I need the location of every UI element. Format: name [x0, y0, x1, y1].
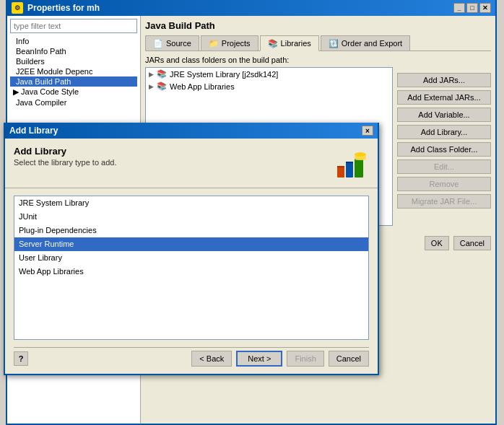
svg-rect-4	[355, 159, 363, 178]
svg-point-8	[355, 152, 366, 157]
modal-description: Select the library type to add.	[14, 158, 116, 167]
cancel-button-modal[interactable]: Cancel	[329, 351, 369, 367]
modal-overlay: Add Library × Add Library Select the lib…	[0, 0, 504, 425]
books-icon	[334, 146, 369, 180]
add-library-modal: Add Library × Add Library Select the lib…	[4, 123, 379, 375]
library-item-user[interactable]: User Library	[14, 251, 368, 265]
svg-rect-1	[337, 166, 344, 167]
library-list: JRE System Library JUnit Plug-in Depende…	[14, 196, 369, 340]
modal-header-text: Add Library Select the library type to a…	[14, 146, 116, 167]
modal-body: Add Library Select the library type to a…	[5, 139, 378, 374]
help-button[interactable]: ?	[14, 351, 28, 366]
modal-title: Add Library	[9, 126, 58, 136]
modal-footer: ? < Back Next > Finish Cancel	[14, 347, 369, 367]
books-svg	[334, 146, 369, 180]
modal-heading: Add Library	[14, 146, 116, 157]
library-item-webapp[interactable]: Web App Libraries	[14, 265, 368, 279]
library-item-server[interactable]: Server Runtime	[14, 237, 368, 251]
modal-separator	[5, 188, 378, 188]
svg-rect-0	[337, 166, 344, 178]
next-button[interactable]: Next >	[236, 351, 282, 367]
svg-rect-3	[346, 162, 353, 163]
library-item-junit[interactable]: JUnit	[14, 210, 368, 224]
back-button[interactable]: < Back	[191, 351, 232, 367]
modal-titlebar: Add Library ×	[5, 123, 378, 139]
finish-button[interactable]: Finish	[287, 351, 323, 367]
library-item-plugin[interactable]: Plug-in Dependencies	[14, 224, 368, 237]
library-item-jre[interactable]: JRE System Library	[14, 196, 368, 210]
svg-rect-2	[346, 162, 353, 178]
modal-header: Add Library Select the library type to a…	[14, 146, 369, 180]
modal-close-button[interactable]: ×	[362, 126, 373, 136]
modal-footer-buttons: < Back Next > Finish Cancel	[191, 351, 369, 367]
